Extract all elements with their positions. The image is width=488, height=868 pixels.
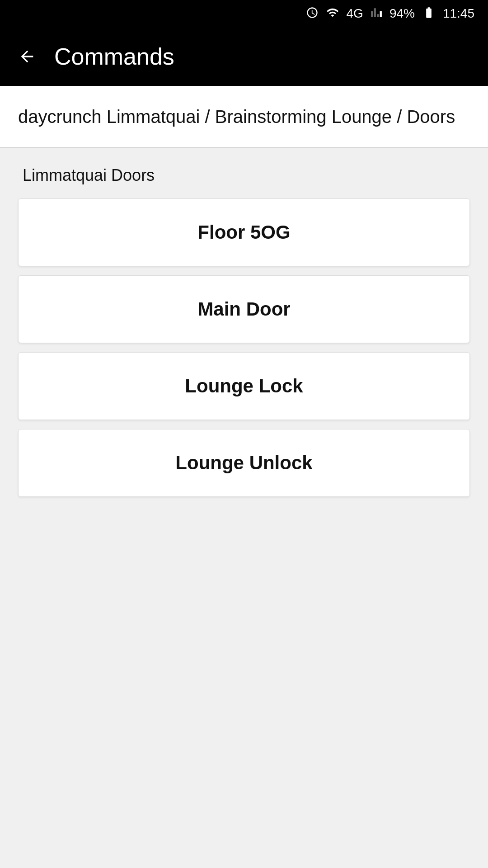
command-button-lounge-lock[interactable]: Lounge Lock <box>18 352 470 420</box>
command-button-lounge-unlock[interactable]: Lounge Unlock <box>18 429 470 497</box>
command-label-main-door: Main Door <box>197 298 290 320</box>
app-bar: Commands <box>0 27 488 86</box>
status-bar: 4G 94% 11:45 <box>0 0 488 27</box>
command-label-floor-5og: Floor 5OG <box>197 222 290 243</box>
command-button-main-door[interactable]: Main Door <box>18 275 470 343</box>
signal-icon <box>371 6 382 21</box>
breadcrumb-text: daycrunch Limmatquai / Brainstorming Lou… <box>18 104 470 129</box>
command-label-lounge-unlock: Lounge Unlock <box>175 452 312 473</box>
wifi-icon <box>326 6 339 21</box>
back-button[interactable] <box>14 43 41 70</box>
battery-percent: 94% <box>389 6 415 21</box>
commands-list: Floor 5OGMain DoorLounge LockLounge Unlo… <box>18 198 470 497</box>
alarm-icon <box>306 6 319 21</box>
context-header: daycrunch Limmatquai / Brainstorming Lou… <box>0 86 488 148</box>
command-label-lounge-lock: Lounge Lock <box>185 375 303 396</box>
time-label: 11:45 <box>443 6 474 21</box>
network-type-label: 4G <box>347 6 363 21</box>
app-bar-title: Commands <box>54 43 174 70</box>
command-button-floor-5og[interactable]: Floor 5OG <box>18 198 470 266</box>
section-label: Limmatquai Doors <box>18 166 470 185</box>
main-content: Limmatquai Doors Floor 5OGMain DoorLoung… <box>0 148 488 515</box>
battery-icon <box>422 6 436 21</box>
